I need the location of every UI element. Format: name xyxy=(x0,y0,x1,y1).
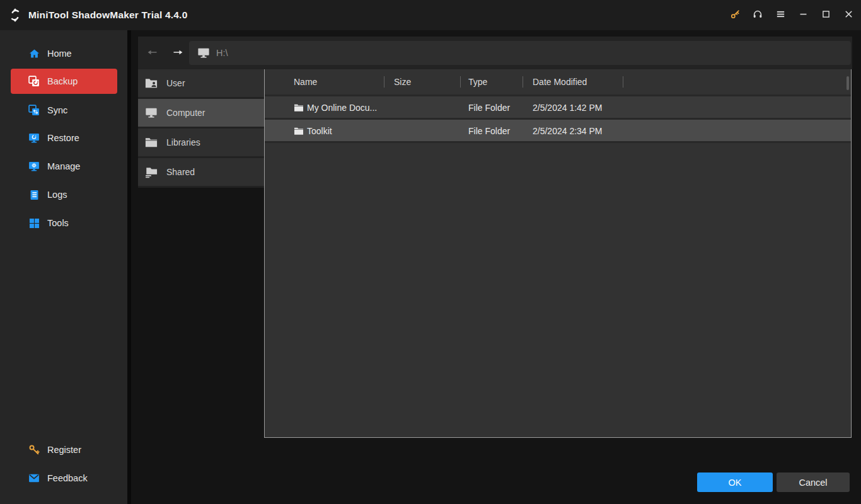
sidebar-item-label: Logs xyxy=(47,190,67,200)
folder-icon xyxy=(294,127,304,135)
minimize-button[interactable] xyxy=(792,0,814,30)
sidebar-item-register[interactable]: Register xyxy=(11,437,117,462)
scrollbar[interactable] xyxy=(846,72,850,432)
places-item-libraries[interactable]: Libraries xyxy=(138,129,264,158)
column-divider[interactable] xyxy=(384,76,384,88)
maximize-button[interactable] xyxy=(814,0,837,30)
sidebar-item-sync[interactable]: Sync xyxy=(11,98,117,123)
folder-icon xyxy=(144,135,158,149)
restore-icon xyxy=(28,132,40,144)
sidebar-item-manage[interactable]: Manage xyxy=(11,154,117,179)
menu-button[interactable] xyxy=(769,0,792,30)
headset-icon xyxy=(752,9,763,22)
minimize-icon xyxy=(798,9,809,21)
computer-icon xyxy=(144,106,158,120)
places-item-user[interactable]: User xyxy=(138,69,264,99)
file-name: Toolkit xyxy=(307,120,332,143)
logs-icon xyxy=(28,188,40,201)
sidebar-item-label: Feedback xyxy=(47,473,88,483)
column-header-type[interactable]: Type xyxy=(468,69,487,94)
column-header-date-modified[interactable]: Date Modified xyxy=(533,69,587,94)
sidebar-item-label: Manage xyxy=(47,161,80,171)
license-key-icon xyxy=(730,9,741,21)
tools-icon xyxy=(28,217,40,229)
file-list-header: Name Size Type Date Modified xyxy=(265,69,851,94)
column-header-name[interactable]: Name xyxy=(294,69,317,94)
title-bar: MiniTool ShadowMaker Trial 4.4.0 xyxy=(0,0,861,30)
close-button[interactable] xyxy=(837,0,860,30)
ok-button[interactable]: OK xyxy=(697,472,773,492)
path-text: H:\ xyxy=(216,48,228,58)
envelope-icon xyxy=(28,472,40,484)
user-folder-icon xyxy=(144,76,158,90)
column-divider[interactable] xyxy=(460,76,461,88)
sidebar-item-home[interactable]: Home xyxy=(11,41,117,66)
sidebar: Home Backup Sync xyxy=(0,30,127,504)
file-name: My Online Docu... xyxy=(307,96,377,120)
sidebar-item-label: Restore xyxy=(47,133,79,143)
places-item-shared[interactable]: Shared xyxy=(138,158,264,188)
forward-button[interactable] xyxy=(168,37,188,69)
home-icon xyxy=(28,47,40,60)
sidebar-item-logs[interactable]: Logs xyxy=(11,182,117,207)
menu-icon xyxy=(775,9,786,21)
manage-icon xyxy=(28,160,40,173)
file-type: File Folder xyxy=(468,96,510,120)
backup-icon xyxy=(28,75,40,88)
sidebar-item-backup[interactable]: Backup xyxy=(11,69,117,94)
places-item-label: Shared xyxy=(166,167,195,177)
sidebar-item-restore[interactable]: Restore xyxy=(11,125,117,151)
file-row[interactable]: Toolkit File Folder 2/5/2024 2:34 PM xyxy=(265,118,851,143)
navigation-bar: H:\ xyxy=(138,37,852,69)
file-type: File Folder xyxy=(468,120,510,143)
app-logo-icon xyxy=(8,8,22,22)
folder-icon xyxy=(294,103,304,112)
license-key-button[interactable] xyxy=(724,0,746,30)
column-header-size[interactable]: Size xyxy=(394,69,411,94)
file-date-modified: 2/5/2024 2:34 PM xyxy=(533,120,603,143)
column-divider[interactable] xyxy=(523,76,523,88)
sidebar-item-label: Home xyxy=(47,49,72,59)
cancel-button[interactable]: Cancel xyxy=(777,472,850,492)
arrow-right-icon xyxy=(173,48,184,59)
file-date-modified: 2/5/2024 1:42 PM xyxy=(533,96,603,120)
sidebar-item-label: Tools xyxy=(47,218,69,228)
titlebar-controls xyxy=(724,0,860,30)
sync-icon xyxy=(28,104,40,117)
computer-icon xyxy=(197,47,211,59)
places-item-label: User xyxy=(166,78,185,88)
window-title: MiniTool ShadowMaker Trial 4.4.0 xyxy=(28,9,187,21)
sidebar-item-label: Register xyxy=(47,445,81,455)
column-divider[interactable] xyxy=(623,76,623,88)
shared-folder-icon xyxy=(144,165,158,179)
places-item-label: Computer xyxy=(166,108,205,118)
path-input[interactable]: H:\ xyxy=(189,41,851,65)
maximize-icon xyxy=(821,9,831,21)
arrow-left-icon xyxy=(146,48,158,59)
support-button[interactable] xyxy=(746,0,769,30)
sidebar-edge-divider xyxy=(127,30,131,504)
file-row[interactable]: My Online Docu... File Folder 2/5/2024 1… xyxy=(265,94,851,118)
places-panel: User Computer Libraries xyxy=(138,69,264,188)
file-list-panel: Name Size Type Date Modified My Online D… xyxy=(264,69,852,438)
sidebar-item-tools[interactable]: Tools xyxy=(11,210,117,236)
back-button[interactable] xyxy=(142,37,162,69)
places-item-label: Libraries xyxy=(166,137,200,147)
sidebar-item-label: Sync xyxy=(47,105,67,115)
sidebar-item-label: Backup xyxy=(47,76,78,86)
places-item-computer[interactable]: Computer xyxy=(138,99,264,129)
scrollbar-thumb[interactable] xyxy=(847,76,849,90)
sidebar-item-feedback[interactable]: Feedback xyxy=(11,466,117,491)
key-icon xyxy=(28,444,40,456)
close-icon xyxy=(843,9,854,21)
